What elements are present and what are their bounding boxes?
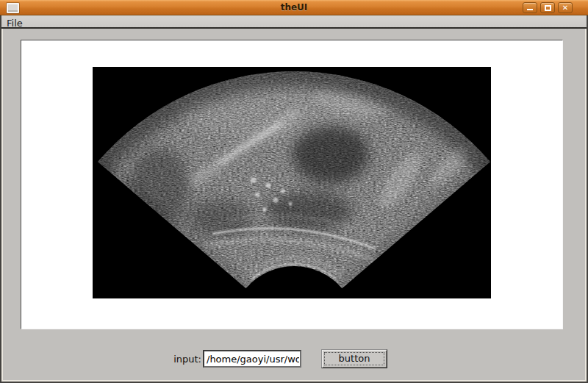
close-button[interactable]: ✕ bbox=[558, 2, 573, 13]
action-button[interactable]: button bbox=[321, 349, 387, 368]
window-title: theUI bbox=[0, 2, 588, 12]
menu-file[interactable]: File bbox=[1, 17, 28, 29]
window-border-left-inner bbox=[1, 29, 3, 382]
ultrasound-image bbox=[93, 67, 491, 298]
maximize-icon bbox=[545, 5, 551, 11]
minimize-button[interactable] bbox=[523, 2, 537, 13]
minimize-icon bbox=[527, 9, 533, 10]
titlebar[interactable]: theUI ✕ bbox=[0, 0, 588, 15]
maximize-button[interactable] bbox=[540, 2, 555, 13]
menubar: File bbox=[1, 15, 587, 29]
close-icon: ✕ bbox=[562, 4, 568, 12]
window-border-bottom-inner bbox=[1, 380, 587, 382]
input-field[interactable] bbox=[203, 350, 301, 368]
app-window: theUI ✕ File bbox=[0, 0, 588, 383]
ultrasound-fan bbox=[93, 67, 491, 298]
window-border-right-inner bbox=[585, 29, 587, 382]
input-label: input: bbox=[143, 354, 201, 365]
